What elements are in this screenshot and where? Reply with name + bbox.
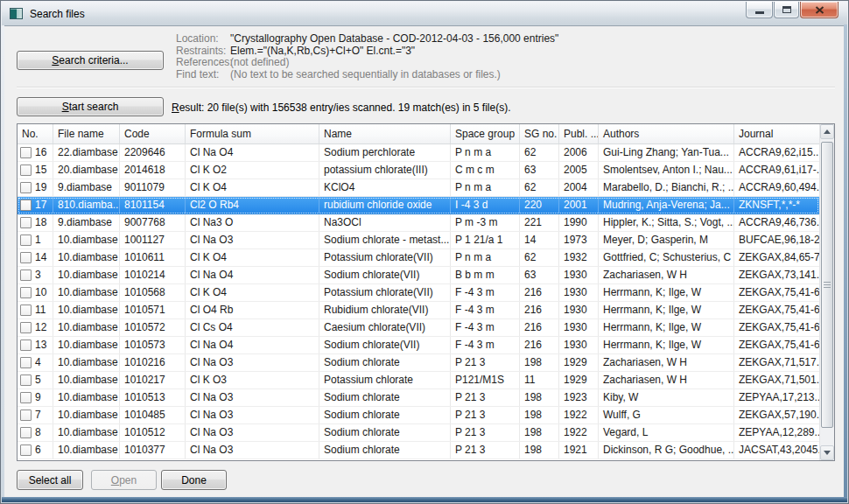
row-checkbox[interactable]	[20, 322, 32, 333]
row-checkbox[interactable]	[20, 427, 32, 438]
row-checkbox[interactable]	[20, 147, 32, 158]
section-separator	[17, 87, 835, 88]
row-checkbox[interactable]	[20, 287, 32, 298]
column-header-formula-sum[interactable]: Formula sum	[186, 124, 319, 144]
window-title: Search files	[30, 8, 85, 20]
vertical-scrollbar[interactable]	[819, 124, 834, 460]
window-frame-right	[844, 24, 847, 498]
cell-formula-sum: Cl Na O3	[186, 354, 319, 371]
scroll-up-button[interactable]	[820, 124, 834, 139]
cell-authors: Herrmann, K; Ilge, W	[599, 302, 734, 318]
row-checkbox[interactable]	[20, 340, 32, 351]
table-row[interactable]: 1110.diambase1010571Cl O4 RbRubidium chl…	[18, 302, 819, 319]
column-header-no[interactable]: No.	[18, 124, 53, 144]
cell-space-group: P 21 3	[451, 389, 520, 406]
cell-no: 3	[18, 267, 53, 284]
cell-space-group: P121/M1S	[451, 372, 520, 388]
row-checkbox[interactable]	[20, 410, 32, 421]
cell-file-name: 10.diambase	[53, 284, 120, 301]
cell-space-group: P 21 3	[451, 407, 520, 424]
cell-sg-no: 14	[520, 232, 559, 248]
row-number: 15	[35, 162, 46, 178]
row-checkbox[interactable]	[20, 444, 32, 456]
row-checkbox[interactable]	[20, 304, 32, 316]
cell-formula-sum: Cl Na3 O	[186, 214, 319, 231]
column-header-sg-no[interactable]: SG no.	[520, 124, 559, 144]
column-header-authors[interactable]: Authors	[599, 124, 734, 144]
done-button[interactable]: Done	[161, 470, 227, 490]
table-row[interactable]: 1520.diambase2014618Cl K O2potassium chl…	[18, 162, 819, 179]
table-row[interactable]: 410.diambase1010216Cl Na O3Sodium chlora…	[18, 354, 819, 372]
table-row[interactable]: 1622.diambase2209646Cl Na O4Sodium perch…	[18, 144, 819, 162]
table-row[interactable]: 510.diambase1010217Cl K O3Potassium chlo…	[18, 372, 819, 389]
find-text-label: Find text:	[176, 69, 230, 81]
row-checkbox[interactable]	[20, 357, 32, 368]
table-row[interactable]: 1010.diambase1010568Cl K O4Potassium chl…	[18, 284, 819, 302]
row-checkbox[interactable]	[20, 374, 32, 386]
search-criteria-button[interactable]: Search criteria...	[17, 51, 164, 70]
cell-space-group: P 1 21/a 1	[451, 232, 520, 248]
cell-name: Sodium chlorate	[319, 407, 451, 424]
cell-code: 2014618	[120, 162, 186, 178]
cell-journal: ZEKGAX,75,41-66	[734, 337, 819, 354]
location-label: Location:	[176, 33, 230, 46]
cell-publ: 1929	[559, 354, 599, 371]
row-checkbox[interactable]	[20, 234, 32, 246]
table-row[interactable]: 110.diambase1001127Cl Na O3Sodium chlora…	[18, 232, 819, 249]
table-row[interactable]: 1210.diambase1010572Cl Cs O4Caesium chlo…	[18, 319, 819, 337]
cell-no: 19	[18, 179, 53, 196]
cell-sg-no: 198	[520, 442, 559, 458]
column-header-code[interactable]: Code	[120, 124, 186, 144]
table-row[interactable]: 1310.diambase1010573Cl Na O4Sodium chlor…	[18, 337, 819, 354]
column-header-publ[interactable]: Publ. ...	[559, 124, 599, 144]
cell-authors: Smolentsev, Anton I.; Nau...	[599, 162, 734, 178]
start-search-button[interactable]: Start search	[17, 97, 164, 116]
titlebar[interactable]: Search files	[2, 2, 847, 25]
search-files-window: Search files Search criteria... Location…	[0, 0, 849, 504]
cell-code: 1010513	[120, 389, 186, 406]
table-row[interactable]: 710.diambase1010485Cl Na O3Sodium chlora…	[18, 407, 819, 424]
cell-authors: Zachariasen, W H	[599, 354, 734, 371]
row-number: 1	[35, 232, 41, 248]
cell-name: Sodium chlorate(VII)	[319, 267, 451, 284]
column-header-space-group[interactable]: Space group	[451, 124, 520, 144]
table-row[interactable]: 310.diambase1010214Cl Na O4Sodium chlora…	[18, 267, 819, 284]
close-button[interactable]	[800, 2, 838, 18]
table-row[interactable]: 810.diambase1010512Cl Na O3Sodium chlora…	[18, 424, 819, 442]
column-header-journal[interactable]: Journal	[734, 124, 819, 144]
result-text: esult: 20 file(s) with 156538 entry/ies …	[179, 102, 511, 114]
cell-code: 1010377	[120, 442, 186, 458]
column-header-name[interactable]: Name	[319, 124, 451, 144]
maximize-button[interactable]	[774, 2, 799, 18]
done-label: Done	[181, 474, 207, 486]
row-checkbox[interactable]	[20, 182, 32, 193]
row-checkbox[interactable]	[20, 270, 32, 281]
table-row[interactable]: 17810.diamba...8101154Cl2 O Rb4rubidium …	[18, 197, 819, 214]
references-value: (not defined)	[230, 57, 289, 69]
row-checkbox[interactable]	[20, 392, 32, 403]
table-row[interactable]: 189.diambase9007768Cl Na3 ONa3OClP m -3 …	[18, 214, 819, 232]
cell-name: KClO4	[319, 179, 451, 196]
table-row[interactable]: 1410.diambase1010611Cl K O4Potassium chl…	[18, 249, 819, 267]
cell-publ: 1929	[559, 372, 599, 388]
cell-authors: Herrmann, K; Ilge, W	[599, 284, 734, 301]
open-button[interactable]: Open	[91, 470, 157, 490]
row-checkbox[interactable]	[20, 252, 32, 263]
table-row[interactable]: 199.diambase9011079Cl K O4KClO4P n m a62…	[18, 179, 819, 197]
select-all-button[interactable]: Select all	[17, 470, 83, 490]
table-row[interactable]: 910.diambase1010513Cl Na O3Sodium chlora…	[18, 389, 819, 407]
table-row[interactable]: 610.diambase1010377Cl Na O3Sodium chlora…	[18, 442, 819, 459]
minimize-button[interactable]	[746, 2, 773, 18]
scrollbar-thumb[interactable]	[821, 142, 833, 428]
cell-name: Caesium chlorate(VII)	[319, 319, 451, 336]
row-checkbox[interactable]	[20, 200, 32, 211]
scroll-down-button[interactable]	[820, 445, 834, 460]
row-checkbox[interactable]	[20, 164, 32, 176]
cell-publ: 1932	[559, 249, 599, 266]
cell-formula-sum: Cl Na O4	[186, 267, 319, 284]
cell-sg-no: 63	[520, 162, 559, 178]
column-header-file-name[interactable]: File name	[53, 124, 120, 144]
row-checkbox[interactable]	[20, 217, 32, 228]
cell-file-name: 10.diambase	[53, 442, 120, 458]
cell-name: Sodium chlorate(VII)	[319, 337, 451, 354]
